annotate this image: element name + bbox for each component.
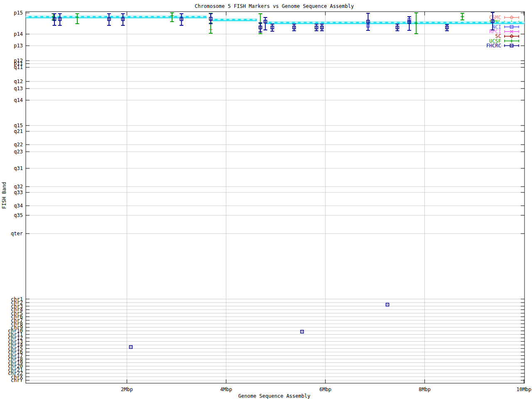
- y-tick-label: q34: [14, 203, 23, 209]
- y-tick-label: q23: [14, 149, 23, 155]
- marker-ucsf: [461, 13, 464, 20]
- y-tick-label: q22: [14, 142, 23, 148]
- marker-fhcrc: [58, 14, 62, 25]
- x-axis-title: Genome Sequence Assembly: [238, 393, 310, 399]
- marker-fhcrc: [366, 13, 370, 30]
- assembly-track: [26, 16, 525, 24]
- y-tick-label: q31: [14, 165, 23, 171]
- y-tick-label: q21: [14, 128, 23, 134]
- y-tick-label: q33: [14, 190, 23, 195]
- x-tick-labels: 2Mbp4Mbp6Mbp8Mbp10Mbp: [121, 387, 532, 392]
- plot-area: p15p14p13p12p11q11q12q13q14q15q21q22q23q…: [8, 10, 532, 392]
- y-tick-label: p15: [14, 10, 23, 16]
- marker-fhcrc: [209, 14, 213, 24]
- marker-fhcrc: [315, 24, 318, 31]
- marker-fhcrc: [129, 346, 132, 349]
- x-tick-label: 8Mbp: [419, 387, 431, 392]
- marker-fhcrc: [396, 24, 399, 31]
- y-tick-label: q11: [14, 64, 23, 70]
- marker-fhcrc: [107, 14, 111, 25]
- y-tick-label: q14: [14, 97, 23, 103]
- y-tick-label: q35: [14, 212, 23, 218]
- y-tick-label: p13: [14, 43, 23, 49]
- x-tick-label: 4Mbp: [220, 387, 232, 392]
- y-tick-label: q15: [14, 123, 23, 128]
- y-tick-label: p14: [14, 31, 23, 37]
- chart-svg: Chromosome 5 FISH Markers vs Genome Sequ…: [0, 0, 532, 399]
- chart-page: Chromosome 5 FISH Markers vs Genome Sequ…: [0, 0, 532, 399]
- marker-fhcrc: [445, 25, 449, 31]
- legend-label: FHCRC: [486, 43, 501, 49]
- series-fhcrc: [52, 12, 494, 349]
- y-tick-labels: p15p14p13p12p11q11q12q13q14q15q21q22q23q…: [8, 10, 23, 383]
- y-tick-label: q13: [14, 86, 23, 91]
- marker-ucsf: [414, 13, 418, 34]
- marker-fhcrc: [292, 24, 296, 31]
- x-tick-label: 10Mbp: [516, 387, 531, 392]
- marker-fhcrc: [386, 303, 389, 306]
- y-axis-title: FISH Band: [1, 182, 7, 209]
- marker-fhcrc: [180, 14, 183, 25]
- y-tick-label: chrY: [11, 377, 23, 383]
- y-tick-label: q32: [14, 184, 23, 190]
- marker-fhcrc: [271, 24, 274, 31]
- y-tick-label: qter: [11, 231, 23, 236]
- x-tick-label: 6Mbp: [319, 387, 331, 392]
- x-tick-label: 2Mbp: [121, 387, 133, 392]
- gridlines: [26, 12, 525, 383]
- marker-fhcrc: [320, 24, 324, 31]
- marker-fhcrc: [121, 14, 125, 25]
- marker-ucsf: [75, 14, 79, 24]
- chart-title: Chromosome 5 FISH Markers vs Genome Sequ…: [195, 3, 354, 9]
- y-tick-label: q12: [14, 79, 23, 84]
- marker-fhcrc: [259, 23, 262, 32]
